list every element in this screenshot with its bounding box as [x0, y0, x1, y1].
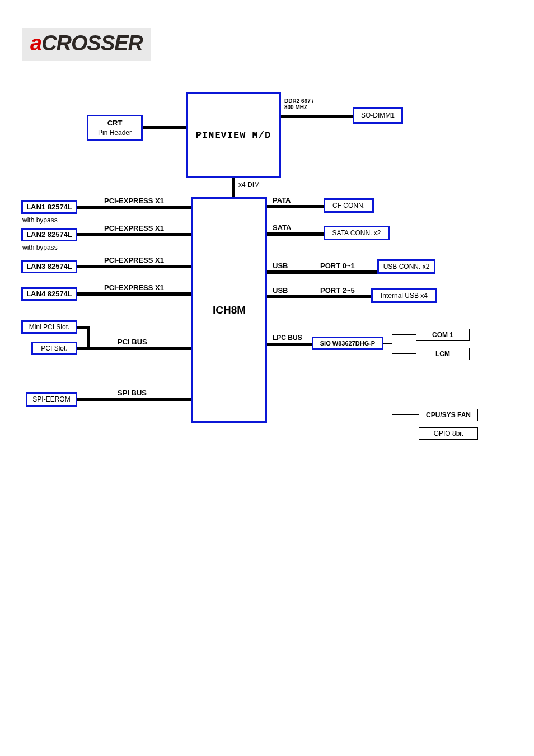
intusb-block: Internal USB x4 [371, 288, 437, 303]
conn-sata [267, 232, 324, 236]
conn-minipci-v [87, 326, 90, 348]
logo-prefix: a [30, 31, 41, 55]
sio-main-h [383, 343, 392, 344]
logo-rest: CROSSER [41, 31, 143, 55]
lcm-block: LCM [416, 348, 470, 360]
conn-lan1 [77, 206, 191, 209]
conn-lan2 [77, 233, 191, 236]
line-gpio [392, 433, 419, 433]
pcislot-block: PCI Slot. [31, 342, 77, 355]
conn-crt [143, 126, 186, 129]
conn-minipci-h [77, 326, 88, 329]
sata-label: SATA [273, 223, 291, 232]
pineview-label: PINEVIEW M/D [196, 130, 271, 141]
com1-block: COM 1 [416, 329, 470, 341]
dmi-label: x4 DIM [238, 181, 260, 189]
pcibus-label: PCI BUS [118, 338, 147, 346]
pineview-block: PINEVIEW M/D [186, 92, 281, 178]
sio-block: SIO W83627DHG-P [312, 337, 383, 350]
conn-lpc [267, 343, 312, 346]
minipci-block: Mini PCI Slot. [21, 320, 77, 334]
conn-spi [77, 398, 191, 401]
spieerom-block: SPI-EEROM [26, 392, 77, 407]
crt-line2: Pin Header [98, 128, 132, 137]
conn-lan4 [77, 292, 191, 296]
pcie4-label: PCI-EXPRESS X1 [104, 283, 164, 292]
lan1-bypass: with bypass [22, 216, 58, 224]
usbconn-block: USB CONN. x2 [377, 259, 435, 274]
ich8m-label: ICH8M [213, 304, 246, 316]
block-diagram: PINEVIEW M/D CRT Pin Header DDR2 667 / 8… [21, 92, 508, 468]
sodimm-label: SO-DIMM1 [361, 111, 395, 120]
conn-lan3 [77, 265, 191, 268]
lan2-bypass: with bypass [22, 244, 58, 251]
line-cpufan [392, 414, 419, 415]
line-lcm [392, 353, 416, 354]
cfconn-block: CF CONN. [324, 198, 374, 213]
lan1-block: LAN1 82574L [21, 200, 77, 214]
pcie1-label: PCI-EXPRESS X1 [104, 197, 164, 205]
conn-dmi [232, 178, 235, 197]
ddr-label: DDR2 667 / 800 MHZ [284, 98, 313, 110]
spibus-label: SPI BUS [118, 389, 147, 397]
line-com1 [392, 334, 416, 335]
ich8m-block: ICH8M [191, 197, 267, 423]
pata-label: PATA [273, 196, 291, 204]
lan3-block: LAN3 82574L [21, 260, 77, 273]
sio-main-v [392, 328, 392, 433]
cpufan-block: CPU/SYS FAN [419, 409, 478, 421]
conn-pata [267, 205, 324, 208]
sodimm-block: SO-DIMM1 [353, 107, 403, 124]
conn-pcibus [77, 347, 191, 350]
usb25-label: USB [273, 286, 288, 295]
gpio-block: GPIO 8bit [419, 427, 478, 440]
usb01-label: USB [273, 262, 288, 270]
logo: aCROSSER [22, 28, 151, 61]
sataconn-block: SATA CONN. x2 [324, 226, 390, 240]
port01-label: PORT 0~1 [320, 262, 355, 270]
lpcbus-label: LPC BUS [273, 334, 302, 342]
crt-block: CRT Pin Header [87, 115, 143, 141]
conn-usb25 [267, 295, 371, 298]
conn-ddr [281, 115, 353, 118]
crt-line1: CRT [107, 118, 123, 128]
lan4-block: LAN4 82574L [21, 287, 77, 301]
conn-usb01 [267, 270, 377, 274]
lan2-block: LAN2 82574L [21, 228, 77, 241]
port25-label: PORT 2~5 [320, 286, 355, 295]
pcie3-label: PCI-EXPRESS X1 [104, 256, 164, 264]
pcie2-label: PCI-EXPRESS X1 [104, 224, 164, 232]
